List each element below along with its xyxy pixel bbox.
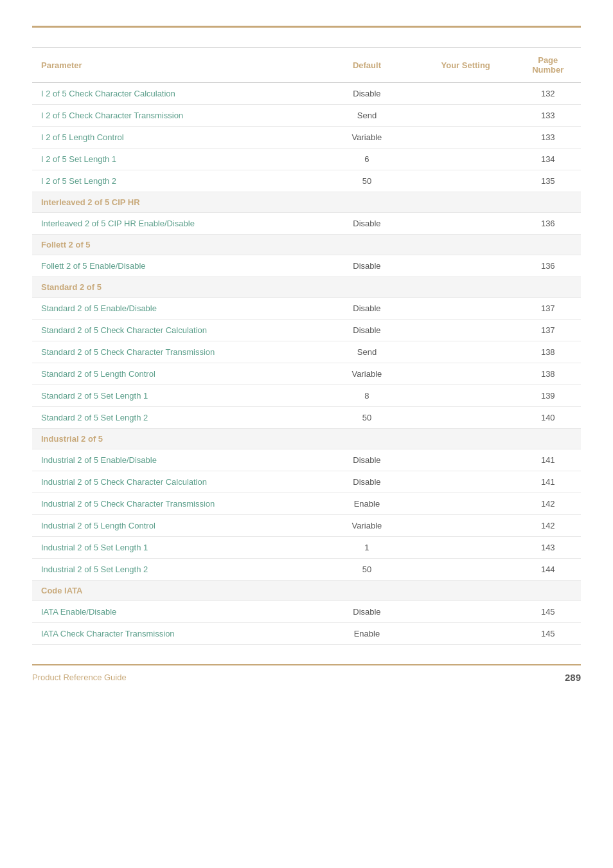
param-cell: Industrial 2 of 5 Check Character Calcul… (32, 471, 317, 493)
page-cell: 133 (515, 105, 581, 127)
param-cell: Interleaved 2 of 5 CIP HR Enable/Disable (32, 213, 317, 235)
your-setting-cell (416, 320, 515, 341)
your-setting-cell (416, 559, 515, 581)
your-setting-cell (416, 298, 515, 320)
param-cell: Standard 2 of 5 Set Length 2 (32, 407, 317, 429)
param-cell: I 2 of 5 Length Control (32, 127, 317, 149)
param-cell: IATA Check Character Transmission (32, 623, 317, 645)
top-border (32, 26, 581, 28)
table-row: Standard 2 of 5 Length ControlVariable13… (32, 363, 581, 385)
page-cell: 136 (515, 255, 581, 277)
page-cell: 145 (515, 601, 581, 623)
your-setting-cell (416, 385, 515, 407)
your-setting-cell (416, 493, 515, 515)
table-row: I 2 of 5 Check Character CalculationDisa… (32, 83, 581, 105)
page-cell: 136 (515, 213, 581, 235)
page-cell: 139 (515, 385, 581, 407)
your-setting-cell (416, 83, 515, 105)
page-cell: 144 (515, 559, 581, 581)
param-cell: Industrial 2 of 5 Set Length 2 (32, 559, 317, 581)
default-cell: Disable (317, 213, 416, 235)
param-cell: I 2 of 5 Set Length 2 (32, 170, 317, 192)
page-cell: 137 (515, 320, 581, 341)
table-header-row: Parameter Default Your Setting Page Numb… (32, 48, 581, 83)
your-setting-cell (416, 623, 515, 645)
param-cell: Industrial 2 of 5 Enable/Disable (32, 449, 317, 471)
section-header-label: Follett 2 of 5 (32, 235, 581, 255)
header-parameter: Parameter (32, 48, 317, 83)
table-row: Interleaved 2 of 5 CIP HR Enable/Disable… (32, 213, 581, 235)
table-row: I 2 of 5 Length ControlVariable133 (32, 127, 581, 149)
section-header-label: Standard 2 of 5 (32, 277, 581, 298)
your-setting-cell (416, 449, 515, 471)
default-cell: Send (317, 105, 416, 127)
page-cell: 141 (515, 471, 581, 493)
table-row: Industrial 2 of 5 Set Length 250144 (32, 559, 581, 581)
default-cell: 6 (317, 149, 416, 170)
table-row: Standard 2 of 5 Check Character Calculat… (32, 320, 581, 341)
param-cell: Follett 2 of 5 Enable/Disable (32, 255, 317, 277)
param-cell: I 2 of 5 Check Character Transmission (32, 105, 317, 127)
param-cell: Standard 2 of 5 Length Control (32, 363, 317, 385)
default-cell: Variable (317, 363, 416, 385)
header-default: Default (317, 48, 416, 83)
param-cell: Standard 2 of 5 Enable/Disable (32, 298, 317, 320)
table-row: Industrial 2 of 5 Enable/DisableDisable1… (32, 449, 581, 471)
table-row: I 2 of 5 Check Character TransmissionSen… (32, 105, 581, 127)
your-setting-cell (416, 515, 515, 537)
param-cell: I 2 of 5 Set Length 1 (32, 149, 317, 170)
param-cell: Standard 2 of 5 Set Length 1 (32, 385, 317, 407)
default-cell: Disable (317, 471, 416, 493)
your-setting-cell (416, 471, 515, 493)
footer-page-number: 289 (565, 672, 581, 683)
table-row: Standard 2 of 5 Set Length 250140 (32, 407, 581, 429)
param-cell: I 2 of 5 Check Character Calculation (32, 83, 317, 105)
section-header-label: Interleaved 2 of 5 CIP HR (32, 192, 581, 213)
page-cell: 132 (515, 83, 581, 105)
page-cell: 142 (515, 493, 581, 515)
page-cell: 143 (515, 537, 581, 559)
your-setting-cell (416, 255, 515, 277)
page-cell: 134 (515, 149, 581, 170)
table-row: Standard 2 of 5 Set Length 18139 (32, 385, 581, 407)
table-row: IATA Enable/DisableDisable145 (32, 601, 581, 623)
default-cell: Enable (317, 623, 416, 645)
param-cell: IATA Enable/Disable (32, 601, 317, 623)
default-cell: Disable (317, 601, 416, 623)
your-setting-cell (416, 213, 515, 235)
param-cell: Standard 2 of 5 Check Character Transmis… (32, 341, 317, 363)
page-container: Parameter Default Your Setting Page Numb… (0, 0, 613, 721)
section-header-row: Standard 2 of 5 (32, 277, 581, 298)
table-row: Industrial 2 of 5 Set Length 11143 (32, 537, 581, 559)
default-cell: 50 (317, 559, 416, 581)
param-cell: Standard 2 of 5 Check Character Calculat… (32, 320, 317, 341)
footer: Product Reference Guide 289 (32, 672, 581, 683)
param-cell: Industrial 2 of 5 Check Character Transm… (32, 493, 317, 515)
header-your-setting: Your Setting (416, 48, 515, 83)
page-cell: 138 (515, 341, 581, 363)
your-setting-cell (416, 363, 515, 385)
page-cell: 138 (515, 363, 581, 385)
your-setting-cell (416, 601, 515, 623)
your-setting-cell (416, 407, 515, 429)
table-row: Follett 2 of 5 Enable/DisableDisable136 (32, 255, 581, 277)
default-cell: Disable (317, 83, 416, 105)
your-setting-cell (416, 341, 515, 363)
default-cell: Variable (317, 127, 416, 149)
table-row: I 2 of 5 Set Length 250135 (32, 170, 581, 192)
section-header-label: Code IATA (32, 581, 581, 601)
your-setting-cell (416, 127, 515, 149)
default-cell: 50 (317, 407, 416, 429)
section-header-row: Code IATA (32, 581, 581, 601)
default-cell: 1 (317, 537, 416, 559)
table-row: Industrial 2 of 5 Check Character Calcul… (32, 471, 581, 493)
page-cell: 133 (515, 127, 581, 149)
header-page-number: Page Number (515, 48, 581, 83)
page-cell: 137 (515, 298, 581, 320)
page-cell: 142 (515, 515, 581, 537)
default-cell: Enable (317, 493, 416, 515)
default-cell: Disable (317, 449, 416, 471)
page-cell: 135 (515, 170, 581, 192)
param-cell: Industrial 2 of 5 Length Control (32, 515, 317, 537)
default-cell: 8 (317, 385, 416, 407)
